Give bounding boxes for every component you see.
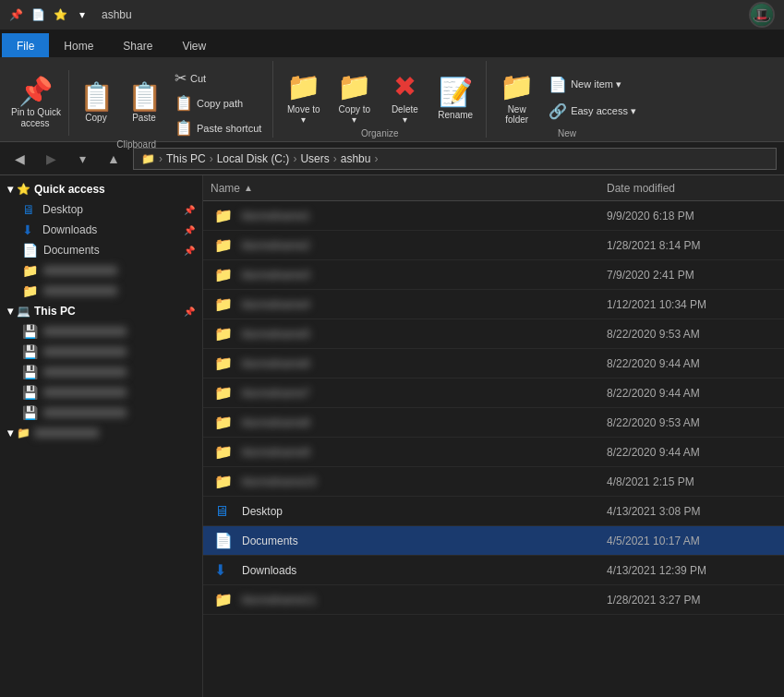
sidebar-item-documents[interactable]: 📄 Documents 📌 [0, 240, 202, 260]
quick-access-star-icon: ⭐ [17, 183, 30, 196]
paste-button[interactable]: 📋 Paste [121, 79, 167, 126]
file-date: 8/22/2020 9:53 AM [599, 328, 784, 341]
b5-label [43, 367, 127, 377]
table-row[interactable]: 📁 blurredname8 8/22/2020 9:53 AM [203, 408, 784, 438]
table-row[interactable]: 📁 blurredname9 8/22/2020 9:44 AM [203, 438, 784, 467]
column-date[interactable]: Date modified [599, 182, 784, 195]
easy-access-icon: 🔗 [549, 102, 567, 120]
cut-button[interactable]: ✂ Cut [169, 66, 267, 90]
sidebar-item-b4[interactable]: 💾 [0, 342, 202, 362]
file-date: 1/28/2021 3:27 PM [599, 594, 784, 607]
new-item-icon: 📄 [549, 76, 567, 93]
paste-shortcut-button[interactable]: 📋 Paste shortcut [169, 116, 267, 139]
sidebar-item-b3[interactable]: 💾 [0, 321, 202, 342]
expand-icon-2: ▾ [7, 305, 13, 318]
move-to-button[interactable]: 📁 Move to▾ [279, 66, 328, 128]
table-row[interactable]: 📁 blurredname10 4/8/2021 2:15 PM [203, 467, 784, 497]
folder-icon: 📁 [214, 207, 236, 224]
drive-icon-b6: 💾 [22, 385, 38, 400]
downloads-icon: ⬇ [22, 222, 37, 237]
breadcrumb-ashbu[interactable]: ashbu [341, 152, 371, 165]
ribbon: 📌 Pin to Quickaccess 📋 Copy 📋 Paste ✂ Cu… [0, 57, 784, 142]
ribbon-tabs: File Home Share View [0, 30, 784, 57]
easy-access-label: Easy access ▾ [571, 105, 636, 117]
copy-path-button[interactable]: 📋 Copy path [169, 91, 267, 114]
this-pc-label: This PC [34, 305, 76, 318]
delete-icon: ✖ [393, 70, 416, 102]
b3-label [43, 327, 127, 336]
main-content: ▾ ⭐ Quick access 🖥 Desktop 📌 ⬇ Downloads… [0, 175, 784, 697]
pin-indicator-3: 📌 [184, 246, 195, 256]
address-path[interactable]: 📁 › This PC › Local Disk (C:) › Users › … [133, 148, 777, 170]
column-name-label: Name [211, 182, 240, 195]
table-row[interactable]: ⬇ Downloads 4/13/2021 12:39 PM [203, 556, 784, 585]
new-item-button[interactable]: 📄 New item ▾ [543, 73, 642, 96]
breadcrumb-this-pc[interactable]: This PC [166, 152, 206, 165]
cut-label: Cut [190, 73, 206, 84]
table-row[interactable]: 📁 blurredname2 1/28/2021 8:14 PM [203, 231, 784, 260]
folder-icon: 📁 [214, 355, 236, 372]
sidebar-item-downloads[interactable]: ⬇ Downloads 📌 [0, 220, 202, 240]
file-date-desktop: 4/13/2021 3:08 PM [599, 505, 784, 518]
forward-button[interactable]: ▶ [39, 147, 63, 171]
tab-view[interactable]: View [167, 33, 221, 57]
tab-home[interactable]: Home [49, 33, 108, 57]
delete-button[interactable]: ✖ Delete▾ [380, 66, 428, 128]
file-date: 8/22/2020 9:44 AM [599, 387, 784, 400]
dropdown-icon[interactable]: ▾ [74, 6, 90, 23]
up-button[interactable]: ▲ [102, 147, 126, 171]
copy-to-button[interactable]: 📁 Copy to▾ [330, 66, 379, 128]
folder-icon: 📁 [214, 266, 236, 283]
breadcrumb-users[interactable]: Users [300, 152, 329, 165]
file-date: 8/22/2020 9:44 AM [599, 446, 784, 459]
sidebar-section-quick-access[interactable]: ▾ ⭐ Quick access [0, 179, 202, 199]
folder-icon: 📁 [214, 473, 236, 490]
new-folder-button[interactable]: 📁 Newfolder [492, 66, 541, 128]
column-name[interactable]: Name ▲ [203, 182, 599, 195]
pin-icon[interactable]: 📌 [7, 6, 24, 23]
sidebar-item-b5[interactable]: 💾 [0, 362, 202, 382]
sidebar-section-blurred[interactable]: ▾ 📁 [0, 423, 202, 443]
pin-to-quick-access-button[interactable]: 📌 Pin to Quickaccess [6, 74, 65, 133]
table-row[interactable]: 📁 blurredname4 1/12/2021 10:34 PM [203, 290, 784, 319]
table-row[interactable]: 📁 blurredname6 8/22/2020 9:44 AM [203, 349, 784, 379]
table-row[interactable]: 📁 blurredname5 8/22/2020 9:53 AM [203, 319, 784, 349]
copy-icon: 📋 [79, 83, 114, 111]
title-bar-icons: 📌 📄 ⭐ ▾ [7, 6, 90, 23]
rename-icon: 📝 [439, 76, 473, 108]
file-date-downloads: 4/13/2021 12:39 PM [599, 564, 784, 577]
file-name-documents: Documents [236, 535, 599, 547]
file-date: 1/28/2021 8:14 PM [599, 239, 784, 252]
clipboard-section: 📌 Pin to Quickaccess 📋 Copy 📋 Paste ✂ Cu… [0, 61, 273, 138]
table-row[interactable]: 📄 Documents 4/5/2021 10:17 AM [203, 526, 784, 556]
copy-label: Copy [85, 113, 106, 123]
sidebar-item-blurred-1[interactable]: 📁 [0, 260, 202, 281]
doc-icon[interactable]: 📄 [30, 6, 46, 23]
file-date: 8/22/2020 9:44 AM [599, 357, 784, 370]
sidebar-item-blurred-2[interactable]: 📁 [0, 281, 202, 301]
desktop-folder-icon: 🖥 [214, 503, 236, 520]
blurred-section-label [34, 428, 99, 438]
easy-access-button[interactable]: 🔗 Easy access ▾ [543, 100, 642, 123]
sidebar-section-this-pc[interactable]: ▾ 💻 This PC 📌 [0, 301, 202, 321]
recent-button[interactable]: ▾ [70, 147, 94, 171]
table-row[interactable]: 📁 blurredname7 8/22/2020 9:44 AM [203, 379, 784, 408]
sidebar-item-b7[interactable]: 💾 [0, 403, 202, 423]
tab-share[interactable]: Share [108, 33, 167, 57]
sidebar-item-b6[interactable]: 💾 [0, 382, 202, 403]
rename-button[interactable]: 📝 Rename [430, 72, 480, 124]
copy-button[interactable]: 📋 Copy [73, 79, 119, 126]
drive-icon-b3: 💾 [22, 324, 38, 339]
table-row[interactable]: 📁 blurredname11 1/28/2021 3:27 PM [203, 585, 784, 615]
tab-file[interactable]: File [2, 33, 49, 57]
file-date: 1/12/2021 10:34 PM [599, 298, 784, 311]
file-name: blurredname11 [236, 594, 599, 607]
table-row[interactable]: 🖥 Desktop 4/13/2021 3:08 PM [203, 497, 784, 526]
paste-icon: 📋 [127, 83, 162, 111]
sidebar-item-desktop[interactable]: 🖥 Desktop 📌 [0, 199, 202, 220]
star-icon[interactable]: ⭐ [52, 6, 68, 23]
table-row[interactable]: 📁 blurredname3 7/9/2020 2:41 PM [203, 260, 784, 290]
table-row[interactable]: 📁 blurredname1 9/9/2020 6:18 PM [203, 201, 784, 231]
back-button[interactable]: ◀ [7, 147, 31, 171]
breadcrumb-local-disk[interactable]: Local Disk (C:) [217, 152, 290, 165]
